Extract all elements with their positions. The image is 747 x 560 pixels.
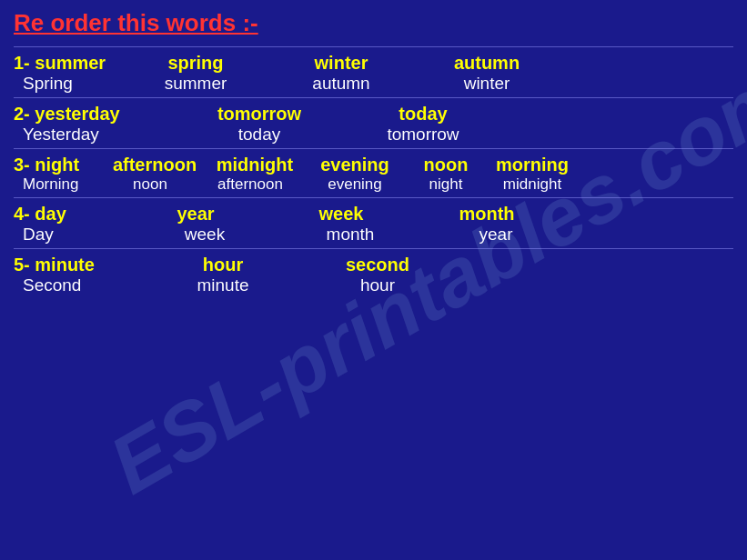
q2-word2: today (350, 104, 496, 125)
q2-word1: tomorrow (168, 104, 350, 125)
q3-word5: morning (487, 155, 578, 175)
q3-word4: noon (405, 155, 487, 175)
section-1: 1- summer spring winter autumn Spring su… (14, 46, 733, 97)
a3-word5: night (405, 175, 487, 194)
a1-word3: autumn (268, 74, 414, 94)
a1-word1: Spring (23, 74, 123, 94)
q3-word1: afternoon (105, 155, 205, 175)
a4-word2: week (132, 225, 278, 245)
section-4-question: 4- day year week month (14, 204, 733, 225)
q4-word3: month (414, 204, 560, 225)
section-1-question: 1- summer spring winter autumn (14, 53, 733, 74)
section-5-answer: Second minute hour (23, 275, 742, 295)
a1-word2: summer (123, 74, 268, 94)
title: Re order this words :- (14, 9, 733, 37)
q4-num: 4- day (14, 204, 123, 225)
a5-word2: minute (141, 275, 305, 295)
section-3-answer: Morning noon afternoon evening night mid… (23, 175, 742, 194)
q1-num: 1- summer (14, 53, 123, 74)
q5-word2: second (305, 255, 450, 275)
section-4: 4- day year week month Day week month ye… (14, 197, 733, 248)
section-5-question: 5- minute hour second (14, 255, 733, 275)
q3-word2: midnight (205, 155, 305, 175)
a5-word3: hour (305, 275, 450, 295)
section-2-question: 2- yesterday tomorrow today (14, 104, 733, 125)
main-container: Re order this words :- 1- summer spring … (0, 0, 747, 308)
a3-word1: Morning (23, 175, 105, 194)
a3-word3: afternoon (196, 175, 305, 194)
section-2: 2- yesterday tomorrow today Yesterday to… (14, 97, 733, 148)
q2-num: 2- yesterday (14, 104, 168, 125)
q5-num: 5- minute (14, 255, 141, 275)
a3-word4: evening (305, 175, 405, 194)
q3-num: 3- night (14, 155, 105, 175)
q4-word2: week (268, 204, 414, 225)
a2-word3: tomorrow (350, 125, 496, 145)
a4-word3: month (278, 225, 423, 245)
q1-word2: winter (268, 53, 414, 74)
q5-word1: hour (141, 255, 305, 275)
q3-word3: evening (305, 155, 405, 175)
a2-word2: today (168, 125, 350, 145)
section-1-answer: Spring summer autumn winter (23, 74, 742, 94)
q4-word1: year (123, 204, 268, 225)
a5-word1: Second (23, 275, 141, 295)
a4-word1: Day (23, 225, 132, 245)
section-3-question: 3- night afternoon midnight evening noon… (14, 155, 733, 175)
a1-word4: winter (414, 74, 560, 94)
a2-word1: Yesterday (23, 125, 168, 145)
q1-word1: spring (123, 53, 268, 74)
q1-word3: autumn (414, 53, 560, 74)
a3-word2: noon (105, 175, 196, 194)
a3-word6: midnight (487, 175, 578, 194)
section-4-answer: Day week month year (23, 225, 742, 245)
section-5: 5- minute hour second Second minute hour (14, 248, 733, 299)
a4-word4: year (423, 225, 569, 245)
section-2-answer: Yesterday today tomorrow (23, 125, 742, 145)
section-3: 3- night afternoon midnight evening noon… (14, 148, 733, 197)
